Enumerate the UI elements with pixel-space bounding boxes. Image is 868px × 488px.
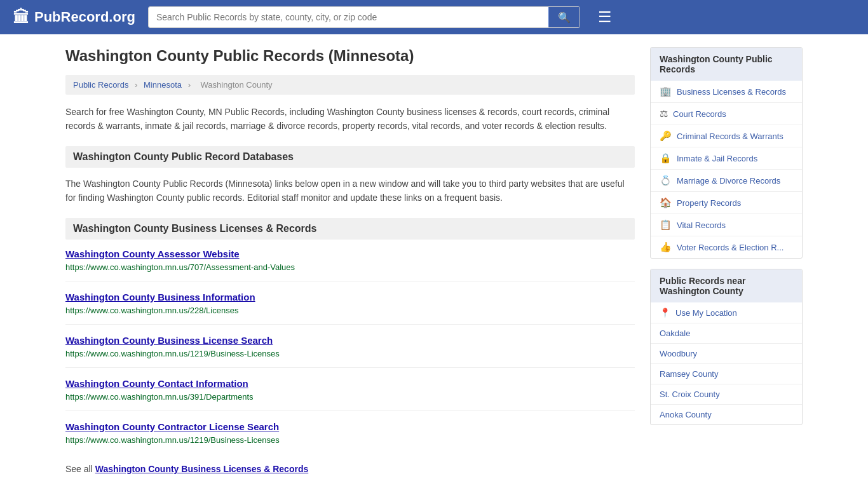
sidebar-records-box: Washington County Public Records 🏢 Busin…	[650, 47, 803, 259]
use-location-label: Use My Location	[675, 308, 737, 318]
record-title-2[interactable]: Washington County Business License Searc…	[65, 335, 635, 346]
woodbury-label: Woodbury	[660, 349, 697, 358]
see-all-section: See all Washington County Business Licen…	[65, 464, 635, 474]
business-heading: Washington County Business Licenses & Re…	[65, 218, 635, 240]
record-entry-4: Washington County Contractor License Sea…	[65, 421, 635, 454]
page-wrapper: Washington County Public Records (Minnes…	[53, 34, 815, 488]
lock-icon: 🔒	[660, 152, 672, 164]
sidebar-item-marriage-records[interactable]: 💍 Marriage & Divorce Records	[651, 170, 802, 192]
ring-icon: 💍	[660, 175, 672, 186]
sidebar-item-label-voter-records: Voter Records & Election R...	[677, 243, 783, 252]
sidebar-nearby-anoka-county[interactable]: Anoka County	[651, 405, 802, 424]
sidebar-item-label-business-licenses: Business Licenses & Records	[677, 87, 786, 97]
sidebar-records-title: Washington County Public Records	[651, 48, 802, 81]
databases-heading: Washington County Public Record Database…	[65, 146, 635, 168]
hamburger-menu-button[interactable]: ☰	[598, 8, 612, 26]
see-all-prefix: See all	[65, 464, 95, 474]
sidebar-item-criminal-records[interactable]: 🔑 Criminal Records & Warrants	[651, 125, 802, 147]
page-title: Washington County Public Records (Minnes…	[65, 47, 635, 65]
sidebar: Washington County Public Records 🏢 Busin…	[650, 47, 803, 474]
record-entry-3: Washington County Contact Information ht…	[65, 378, 635, 411]
breadcrumb: Public Records › Minnesota › Washington …	[65, 75, 635, 95]
record-url-3[interactable]: https://www.co.washington.mn.us/391/Depa…	[65, 392, 254, 402]
sidebar-item-property-records[interactable]: 🏠 Property Records	[651, 192, 802, 214]
records-list: Washington County Assessor Website https…	[65, 248, 635, 454]
breadcrumb-separator-1: ›	[135, 80, 140, 90]
main-content: Washington County Public Records (Minnes…	[65, 47, 635, 474]
sidebar-item-label-criminal-records: Criminal Records & Warrants	[677, 132, 783, 141]
record-title-4[interactable]: Washington County Contractor License Sea…	[65, 421, 635, 432]
record-url-4[interactable]: https://www.co.washington.mn.us/1219/Bus…	[65, 435, 280, 445]
site-header: 🏛 PubRecord.org 🔍 ☰	[0, 0, 868, 34]
sidebar-item-label-property-records: Property Records	[677, 198, 741, 208]
sidebar-item-label-inmate-records: Inmate & Jail Records	[677, 154, 757, 163]
sidebar-nearby-ramsey-county[interactable]: Ramsey County	[651, 364, 802, 384]
page-description: Search for free Washington County, MN Pu…	[65, 105, 635, 133]
key-icon: 🔑	[660, 130, 672, 142]
breadcrumb-separator-2: ›	[188, 80, 193, 90]
search-bar: 🔍	[148, 6, 580, 28]
breadcrumb-link-minnesota[interactable]: Minnesota	[144, 80, 182, 90]
sidebar-use-location[interactable]: 📍 Use My Location	[651, 302, 802, 323]
record-title-0[interactable]: Washington County Assessor Website	[65, 248, 635, 259]
scales-icon: ⚖	[660, 108, 668, 119]
record-title-3[interactable]: Washington County Contact Information	[65, 378, 635, 389]
sidebar-item-business-licenses[interactable]: 🏢 Business Licenses & Records	[651, 81, 802, 103]
sidebar-nearby-st-croix-county[interactable]: St. Croix County	[651, 384, 802, 405]
st-croix-county-label: St. Croix County	[660, 390, 720, 399]
breadcrumb-current: Washington County	[201, 80, 273, 90]
search-button[interactable]: 🔍	[548, 7, 580, 27]
sidebar-item-voter-records[interactable]: 👍 Voter Records & Election R...	[651, 236, 802, 258]
logo-icon: 🏛	[13, 8, 29, 27]
sidebar-item-court-records[interactable]: ⚖ Court Records	[651, 103, 802, 125]
record-title-1[interactable]: Washington County Business Information	[65, 292, 635, 302]
sidebar-nearby-woodbury[interactable]: Woodbury	[651, 344, 802, 364]
clipboard-icon: 📋	[660, 219, 672, 231]
sidebar-nearby-title: Public Records near Washington County	[651, 269, 802, 302]
ramsey-county-label: Ramsey County	[660, 369, 718, 379]
record-url-0[interactable]: https://www.co.washington.mn.us/707/Asse…	[65, 262, 295, 272]
record-entry-2: Washington County Business License Searc…	[65, 335, 635, 368]
sidebar-item-label-vital-records: Vital Records	[677, 220, 726, 230]
location-pin-icon: 📍	[660, 308, 670, 318]
sidebar-item-vital-records[interactable]: 📋 Vital Records	[651, 214, 802, 236]
record-entry-0: Washington County Assessor Website https…	[65, 248, 635, 281]
logo-text: PubRecord.org	[34, 9, 135, 25]
sidebar-nearby-oakdale[interactable]: Oakdale	[651, 323, 802, 344]
thumbs-up-icon: 👍	[660, 241, 672, 253]
databases-text: The Washington County Public Records (Mi…	[65, 177, 635, 205]
anoka-county-label: Anoka County	[660, 410, 712, 419]
breadcrumb-link-public-records[interactable]: Public Records	[73, 80, 128, 90]
oakdale-label: Oakdale	[660, 329, 690, 338]
record-url-2[interactable]: https://www.co.washington.mn.us/1219/Bus…	[65, 349, 280, 358]
sidebar-item-label-court-records: Court Records	[673, 109, 726, 119]
site-logo[interactable]: 🏛 PubRecord.org	[13, 8, 135, 27]
record-url-1[interactable]: https://www.co.washington.mn.us/228/Lice…	[65, 306, 238, 315]
see-all-link[interactable]: Washington County Business Licenses & Re…	[95, 464, 309, 474]
sidebar-nearby-box: Public Records near Washington County 📍 …	[650, 269, 803, 425]
building-icon: 🏢	[660, 86, 672, 97]
sidebar-item-inmate-records[interactable]: 🔒 Inmate & Jail Records	[651, 147, 802, 170]
house-icon: 🏠	[660, 197, 672, 208]
search-input[interactable]	[149, 7, 548, 27]
record-entry-1: Washington County Business Information h…	[65, 292, 635, 325]
sidebar-item-label-marriage-records: Marriage & Divorce Records	[677, 176, 780, 186]
